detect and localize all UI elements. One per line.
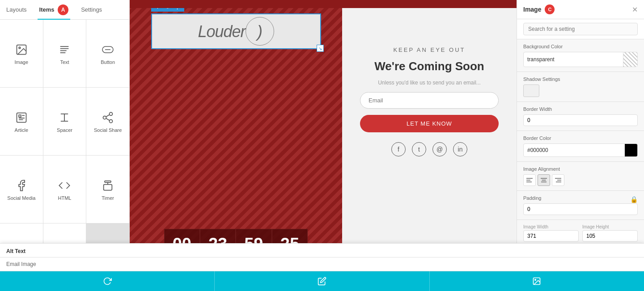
item-button-label: Button xyxy=(101,59,115,65)
align-left-button[interactable] xyxy=(523,174,536,186)
image-block[interactable]: ✥ ⚙ ⋮ B Louder) ↘ xyxy=(151,13,321,49)
let-me-know-button[interactable]: LET ME KNOW xyxy=(360,115,499,132)
item-image-label: Image xyxy=(15,59,29,65)
item-html-label: HTML xyxy=(58,195,72,201)
item-timer[interactable]: Timer xyxy=(86,156,129,223)
alt-text-label: Alt Text xyxy=(0,244,644,257)
image-alignment-section: Image Alignment xyxy=(517,162,644,191)
border-width-label: Border Width xyxy=(523,106,638,112)
email-input[interactable] xyxy=(360,92,499,109)
alt-text-input[interactable] xyxy=(0,257,644,271)
resize-handle[interactable]: ↘ xyxy=(317,45,324,52)
timer-icon xyxy=(101,178,115,193)
eyeout-text: Keep an eye out xyxy=(393,46,465,53)
item-social-media[interactable]: Social Media xyxy=(0,156,43,223)
svg-line-19 xyxy=(106,118,110,120)
alt-action-pen-button[interactable] xyxy=(215,271,429,291)
shadow-settings-section: Shadow Settings xyxy=(517,72,644,102)
border-color-text-input[interactable] xyxy=(524,144,625,156)
padding-label: Padding xyxy=(523,195,541,201)
svg-point-18 xyxy=(110,119,113,122)
item-social-media-label: Social Media xyxy=(7,195,35,201)
twitter-icon[interactable]: t xyxy=(412,142,426,156)
title-row: Image C xyxy=(523,4,555,14)
button-icon xyxy=(101,42,115,57)
spacer-icon xyxy=(57,110,72,125)
panel-header: Image C ✕ xyxy=(517,0,644,19)
padding-input[interactable] xyxy=(523,203,638,215)
alt-action-image-button[interactable] xyxy=(430,271,644,291)
panel-title: Image xyxy=(523,6,541,13)
image-size-section: Image Width Image Height xyxy=(517,220,644,247)
item-html[interactable]: HTML xyxy=(43,156,86,223)
panel-tabs: Layouts Items A Settings xyxy=(0,0,129,20)
right-settings-panel: Image C ✕ Background Color Shadow Settin… xyxy=(517,0,644,291)
image-alignment-label: Image Alignment xyxy=(523,166,638,172)
image-width-group: Image Width xyxy=(523,224,579,242)
padding-section: Padding 🔒 xyxy=(517,191,644,220)
border-width-input[interactable] xyxy=(523,114,638,126)
alt-text-popup: Alt Text xyxy=(0,243,644,291)
alt-action-recycle-button[interactable] xyxy=(0,271,215,291)
align-right-button[interactable] xyxy=(552,174,564,186)
settings-search-input[interactable] xyxy=(523,23,638,35)
border-color-section: Border Color xyxy=(517,131,644,162)
svg-point-1 xyxy=(19,47,21,49)
item-button[interactable]: Button xyxy=(86,20,129,87)
lock-icon: 🔒 xyxy=(630,196,638,203)
text-icon xyxy=(57,42,72,57)
align-center-button[interactable] xyxy=(538,174,550,186)
social-icons-row: f t @ in xyxy=(391,142,467,156)
tab-items[interactable]: Items A xyxy=(38,0,71,20)
item-text[interactable]: Text xyxy=(43,20,86,87)
item-social-share[interactable]: Social Share xyxy=(86,88,129,155)
logo-image: Louder) xyxy=(198,17,274,46)
share-icon xyxy=(101,110,115,125)
article-icon xyxy=(14,110,29,125)
item-text-label: Text xyxy=(60,59,69,65)
image-width-input[interactable] xyxy=(523,230,579,242)
border-color-swatch-row xyxy=(523,143,638,157)
bg-color-text-input[interactable] xyxy=(524,54,623,65)
item-article-label: Article xyxy=(15,127,29,133)
image-icon xyxy=(14,42,29,57)
facebook-icon[interactable]: f xyxy=(391,142,406,156)
border-color-swatch[interactable] xyxy=(625,144,637,156)
background-color-section: Background Color xyxy=(517,39,644,72)
tab-settings[interactable]: Settings xyxy=(79,2,104,17)
alt-text-actions xyxy=(0,271,644,291)
alignment-buttons xyxy=(523,174,638,186)
item-spacer[interactable]: Spacer xyxy=(43,88,86,155)
items-badge: A xyxy=(58,4,68,15)
search-box xyxy=(517,19,644,39)
bg-color-input-row xyxy=(523,52,638,67)
item-social-share-label: Social Share xyxy=(94,127,122,133)
shadow-preview-box[interactable] xyxy=(523,84,539,97)
panel-badge-c: C xyxy=(545,4,555,14)
close-button[interactable]: ✕ xyxy=(632,5,638,14)
svg-point-16 xyxy=(110,112,113,115)
svg-rect-21 xyxy=(105,181,111,182)
bg-color-label: Background Color xyxy=(523,44,638,49)
border-width-section: Border Width xyxy=(517,102,644,131)
image-height-label: Image Height xyxy=(582,224,638,229)
social-media-icon xyxy=(14,178,29,193)
item-article[interactable]: Article xyxy=(0,88,43,155)
html-icon xyxy=(57,178,72,193)
shadow-label: Shadow Settings xyxy=(523,76,638,82)
linkedin-icon[interactable]: in xyxy=(453,142,467,156)
transparent-color-icon[interactable] xyxy=(623,52,637,67)
image-height-input[interactable] xyxy=(582,230,638,242)
svg-rect-8 xyxy=(17,113,26,122)
unless-text: Unless you'd like us to send you an emai… xyxy=(378,80,481,86)
svg-line-20 xyxy=(106,114,110,117)
instagram-icon[interactable]: @ xyxy=(432,142,447,156)
tab-layouts[interactable]: Layouts xyxy=(4,2,29,17)
svg-rect-9 xyxy=(19,115,21,117)
item-image[interactable]: Image xyxy=(0,20,43,87)
size-inputs-row: Image Width Image Height xyxy=(523,224,638,242)
item-spacer-label: Spacer xyxy=(57,127,72,133)
item-timer-label: Timer xyxy=(102,195,114,201)
svg-point-17 xyxy=(103,116,106,119)
image-block-wrapper: ✥ ⚙ ⋮ B Louder) ↘ xyxy=(130,13,342,49)
